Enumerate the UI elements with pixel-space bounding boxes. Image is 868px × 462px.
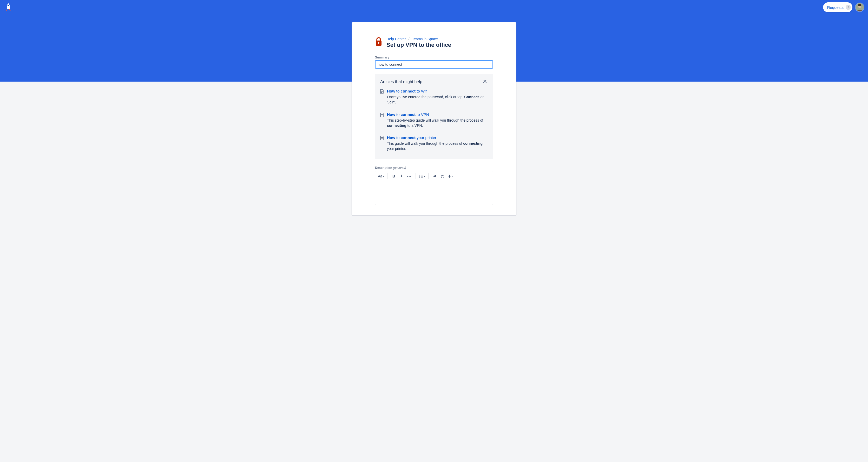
italic-button[interactable]: I	[398, 173, 405, 180]
article-snippet: Once you've entered the password, click …	[387, 94, 488, 105]
svg-rect-11	[421, 177, 423, 178]
page-title: Set up VPN to the office	[386, 41, 451, 48]
svg-point-8	[419, 176, 420, 177]
breadcrumb-separator: /	[408, 37, 410, 41]
lock-icon	[375, 37, 382, 47]
article-title-link[interactable]: How to connect to Wifi	[387, 89, 488, 93]
bold-button[interactable]: B	[390, 173, 397, 180]
link-button[interactable]	[431, 173, 438, 180]
breadcrumb-help-center[interactable]: Help Center	[386, 37, 406, 41]
request-form-card: Help Center / Teams in Space Set up VPN …	[352, 22, 516, 215]
toolbar-separator	[415, 173, 416, 179]
breadcrumb: Help Center / Teams in Space	[386, 37, 451, 41]
article-snippet: This step-by-step guide will walk you th…	[387, 118, 488, 128]
link-icon	[433, 174, 437, 178]
description-editor: Aa▾ B I ••• ▾	[375, 171, 493, 205]
summary-input[interactable]	[375, 60, 493, 69]
portal-logo[interactable]	[4, 3, 13, 12]
suggested-articles-panel: Articles that might help How to connect …	[375, 74, 493, 159]
mention-button[interactable]: @	[439, 173, 446, 180]
close-icon	[483, 80, 487, 83]
article-snippet: This guide will walk you through the pro…	[387, 141, 488, 152]
suggested-article: How to connect your printerThis guide wi…	[380, 135, 488, 152]
toolbar-separator	[428, 173, 429, 179]
top-bar: Requests 7	[0, 0, 868, 14]
breadcrumb-project[interactable]: Teams in Space	[412, 37, 438, 41]
toolbar-separator	[387, 173, 388, 179]
article-title-link[interactable]: How to connect to VPN	[387, 112, 488, 117]
summary-label: Summary	[375, 56, 493, 59]
requests-count-badge: 7	[846, 5, 851, 10]
suggested-article: How to connect to WifiOnce you've entere…	[380, 89, 488, 105]
svg-point-10	[419, 177, 420, 178]
requests-label: Requests	[827, 5, 844, 10]
editor-toolbar: Aa▾ B I ••• ▾	[375, 171, 493, 181]
suggested-article: How to connect to VPNThis step-by-step g…	[380, 112, 488, 128]
avatar-image	[856, 3, 864, 12]
document-icon	[380, 113, 384, 128]
requests-button[interactable]: Requests 7	[823, 2, 852, 12]
rocket-icon	[4, 3, 13, 12]
description-label: Description (optional)	[375, 166, 493, 170]
text-style-button[interactable]: Aa▾	[377, 173, 384, 180]
plus-icon	[448, 175, 451, 178]
close-suggestions-button[interactable]	[482, 79, 488, 85]
avatar[interactable]	[855, 3, 864, 12]
svg-point-6	[419, 175, 420, 175]
document-icon	[380, 136, 384, 152]
description-textarea[interactable]	[375, 181, 493, 205]
svg-rect-9	[421, 176, 423, 177]
lists-button[interactable]: ▾	[418, 173, 426, 180]
svg-rect-7	[421, 175, 423, 175]
insert-button[interactable]: ▾	[447, 173, 454, 180]
bullet-list-icon	[419, 175, 423, 178]
svg-point-0	[7, 5, 9, 6]
more-formatting-button[interactable]: •••	[406, 173, 413, 180]
suggestions-heading: Articles that might help	[380, 80, 422, 84]
article-title-link[interactable]: How to connect your printer	[387, 135, 488, 140]
document-icon	[380, 89, 384, 105]
svg-rect-5	[378, 42, 379, 44]
